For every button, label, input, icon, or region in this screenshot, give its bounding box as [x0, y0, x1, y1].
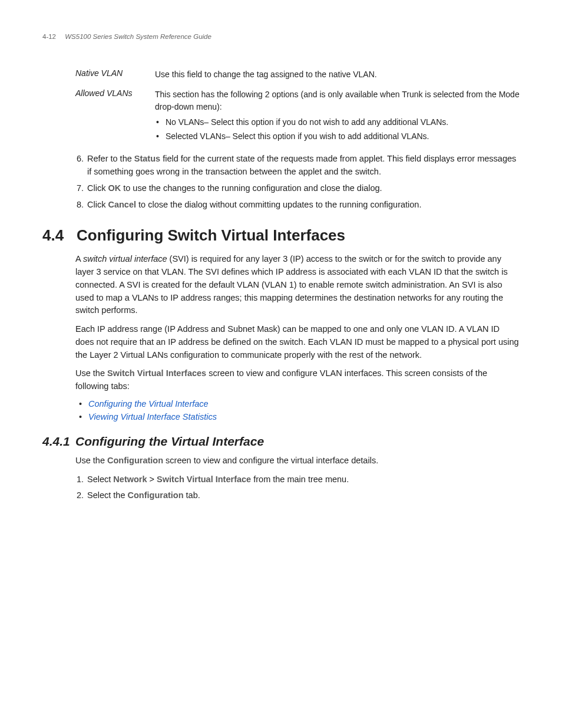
para-text: A	[75, 254, 83, 263]
definition-row: Native VLAN Use this field to change the…	[75, 68, 520, 80]
bullet-item: No VLANs– Select this option if you do n…	[155, 116, 520, 128]
numbered-steps: Refer to the Status field for the curren…	[75, 153, 520, 211]
page-number: 4-12	[42, 33, 56, 40]
definition-row: Allowed VLANs This section has the follo…	[75, 88, 520, 144]
step-text: to use the changes to the running config…	[121, 183, 382, 193]
step-text: Click	[87, 183, 108, 193]
step-bold: Cancel	[108, 200, 136, 209]
cross-reference-link[interactable]: Configuring the Virtual Interface	[88, 399, 209, 409]
step-bold: Switch Virtual Interface	[157, 475, 251, 484]
cross-reference-link[interactable]: Viewing Virtual Interface Statistics	[88, 412, 217, 421]
subsection-heading: 4.4.1Configuring the Virtual Interface	[42, 434, 520, 449]
section-title: Configuring Switch Virtual Interfaces	[77, 226, 345, 244]
step-bold: Network	[113, 475, 147, 484]
section-number: 4.4	[42, 226, 77, 245]
step-text: Select	[87, 475, 113, 484]
para-text: Use the	[75, 456, 107, 465]
step-item: Select Network > Switch Virtual Interfac…	[86, 473, 520, 486]
definition-term: Allowed VLANs	[75, 88, 155, 144]
link-item: Viewing Virtual Interface Statistics	[75, 412, 520, 421]
link-list: Configuring the Virtual Interface Viewin…	[75, 399, 520, 421]
subsection-number: 4.4.1	[42, 434, 75, 449]
para-bold: Switch Virtual Interfaces	[107, 368, 206, 378]
bullet-item: Selected VLANs– Select this option if yo…	[155, 130, 520, 142]
body-paragraph: A switch virtual interface (SVI) is requ…	[75, 253, 520, 317]
step-text: Click	[87, 200, 108, 209]
para-italic: switch virtual interface	[83, 254, 167, 263]
section-heading: 4.4Configuring Switch Virtual Interfaces	[42, 226, 520, 245]
definition-table: Native VLAN Use this field to change the…	[75, 68, 520, 144]
step-bold: Configuration	[128, 490, 184, 500]
body-paragraph: Use the Configuration screen to view and…	[75, 454, 520, 467]
step-item: Click Cancel to close the dialog without…	[86, 199, 520, 212]
definition-desc: Use this field to change the tag assigne…	[155, 68, 520, 80]
step-text: from the main tree menu.	[251, 475, 349, 484]
page: 4-12 WS5100 Series Switch System Referen…	[0, 0, 562, 548]
step-bold: OK	[108, 183, 121, 193]
page-header: 4-12 WS5100 Series Switch System Referen…	[42, 33, 520, 40]
definition-desc-text: This section has the following 2 options…	[155, 90, 520, 111]
body-paragraph: Each IP address range (IP Address and Su…	[75, 323, 520, 361]
doc-title: WS5100 Series Switch System Reference Gu…	[65, 33, 211, 40]
body-paragraph: Use the Switch Virtual Interfaces screen…	[75, 367, 520, 393]
definition-desc: This section has the following 2 options…	[155, 88, 520, 144]
step-text: >	[147, 475, 157, 484]
para-bold: Configuration	[107, 456, 163, 465]
definition-bullets: No VLANs– Select this option if you do n…	[155, 116, 520, 143]
step-text: Select the	[87, 490, 128, 500]
step-item: Refer to the Status field for the curren…	[86, 153, 520, 179]
subsection-title: Configuring the Virtual Interface	[75, 434, 264, 448]
numbered-steps: Select Network > Switch Virtual Interfac…	[75, 473, 520, 503]
step-item: Select the Configuration tab.	[86, 489, 520, 502]
step-text: Refer to the	[87, 154, 134, 163]
step-text: tab.	[184, 490, 200, 500]
step-bold: Status	[134, 154, 160, 163]
para-text: Use the	[75, 368, 107, 378]
step-item: Click OK to use the changes to the runni…	[86, 182, 520, 195]
para-text: screen to view and configure the virtual…	[163, 456, 378, 465]
step-text: to close the dialog without committing u…	[136, 200, 421, 209]
link-item: Configuring the Virtual Interface	[75, 399, 520, 409]
definition-term: Native VLAN	[75, 68, 155, 80]
